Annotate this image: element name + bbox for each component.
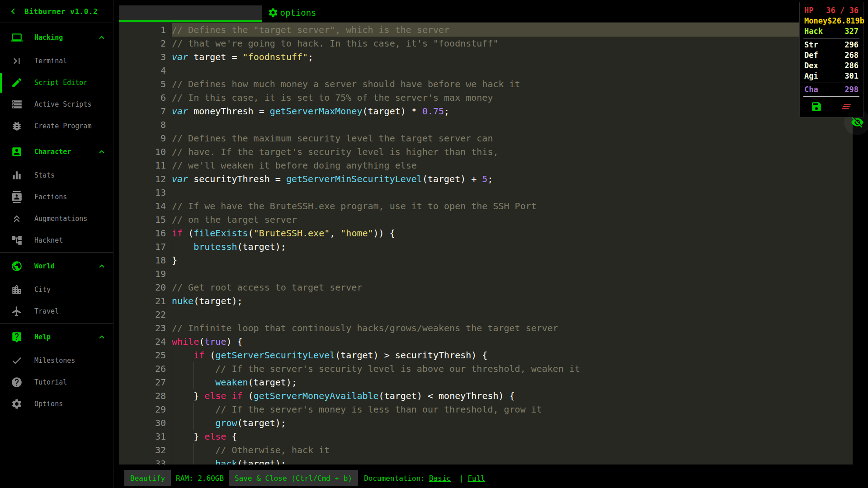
code-line-content[interactable]: // If the server's security level is abo… (172, 362, 853, 375)
code-line[interactable]: 24while(true) { (119, 335, 853, 348)
code-line[interactable]: 2// that we're going to hack. In this ca… (119, 37, 853, 50)
sidebar-item-stats[interactable]: Stats (0, 164, 113, 186)
code-line[interactable]: 21nuke(target); (119, 294, 853, 308)
beautify-button[interactable]: Beautify (124, 470, 171, 486)
code-line[interactable]: 14// If we have the BruteSSH.exe program… (119, 199, 853, 213)
sidebar-item-milestones[interactable]: Milestones (0, 350, 113, 371)
code-line-content[interactable]: // If we have the BruteSSH.exe program, … (172, 199, 853, 213)
code-line[interactable]: 16if (fileExists("BruteSSH.exe", "home")… (119, 226, 853, 240)
code-line-content[interactable]: hack(target); (172, 457, 853, 465)
code-line[interactable]: 7var moneyThresh = getServerMaxMoney(tar… (119, 104, 853, 118)
code-line-content[interactable]: brutessh(target); (172, 240, 853, 253)
code-line-content[interactable]: var target = "foodnstuff"; (172, 50, 853, 64)
collapse-sidebar-button[interactable] (7, 5, 19, 17)
code-line[interactable]: 9// Defines the maximum security level t… (119, 131, 853, 145)
code-line-content[interactable]: } else if (getServerMoneyAvailable(targe… (172, 389, 853, 403)
code-line-content[interactable]: // Defines how much money a server shoul… (172, 77, 853, 91)
code-line[interactable]: 12var securityThresh = getServerMinSecur… (119, 172, 853, 186)
code-line[interactable]: 10// have. If the target's security leve… (119, 145, 853, 159)
code-line-content[interactable]: while(true) { (172, 335, 853, 348)
code-line-content[interactable]: // that we're going to hack. In this cas… (172, 37, 853, 50)
code-line[interactable]: 1// Defines the "target server", which i… (119, 23, 853, 37)
code-line[interactable]: 18} (119, 253, 853, 267)
code-line[interactable]: 28 } else if (getServerMoneyAvailable(ta… (119, 389, 853, 403)
sidebar-item-options[interactable]: Options (0, 393, 113, 415)
code-line-content[interactable]: // Otherwise, hack it (172, 443, 853, 457)
code-line[interactable]: 6// In this case, it is set to 75% of th… (119, 91, 853, 104)
code-line-content[interactable]: if (fileExists("BruteSSH.exe", "home")) … (172, 226, 853, 240)
code-line-content[interactable]: // on the target server (172, 213, 853, 226)
sidebar-section-character[interactable]: Character (0, 139, 113, 164)
code-line-content[interactable]: // If the server's money is less than ou… (172, 403, 853, 416)
code-line[interactable]: 33 hack(target); (119, 457, 853, 465)
sidebar-item-city[interactable]: City (0, 279, 113, 300)
save-close-button[interactable]: Save & Close (Ctrl/Cmd + b) (229, 470, 358, 486)
code-line-content[interactable]: nuke(target); (172, 294, 853, 308)
sidebar-item-tutorial[interactable]: Tutorial (0, 371, 113, 393)
pencil-icon (11, 77, 23, 89)
code-line[interactable]: 27 weaken(target); (119, 375, 853, 389)
code-line-content[interactable]: } else { (172, 430, 853, 443)
code-line[interactable]: 31 } else { (119, 430, 853, 443)
indent-guide (172, 389, 172, 403)
code-line-content[interactable]: weaken(target); (172, 375, 853, 389)
code-line[interactable]: 29 // If the server's money is less than… (119, 403, 853, 416)
code-line-content[interactable]: var moneyThresh = getServerMaxMoney(targ… (172, 104, 853, 118)
code-line[interactable]: 20// Get root access to target server (119, 281, 853, 294)
documentation-basic-link[interactable]: Basic (429, 474, 451, 483)
sidebar-item-script-editor[interactable]: Script Editor (0, 72, 113, 94)
sidebar-item-active-scripts[interactable]: Active Scripts (0, 94, 113, 115)
app-title: Bitburner v1.0.2 (24, 7, 98, 16)
code-line-content[interactable]: grow(target); (172, 416, 853, 430)
code-line[interactable]: 4 (119, 64, 853, 77)
code-line-content[interactable]: var securityThresh = getServerMinSecurit… (172, 172, 853, 186)
code-line[interactable]: 22 (119, 308, 853, 321)
code-line-content[interactable]: // Infinite loop that continously hacks/… (172, 321, 853, 335)
code-line[interactable]: 23// Infinite loop that continously hack… (119, 321, 853, 335)
overview-visibility-toggle[interactable] (851, 116, 864, 129)
sidebar-section-hacking[interactable]: Hacking (0, 25, 113, 50)
code-line-content[interactable] (172, 186, 853, 199)
editor-options-button[interactable]: options (268, 4, 316, 22)
code-line[interactable]: 5// Defines how much money a server shou… (119, 77, 853, 91)
code-line-content[interactable]: // have. If the target's security level … (172, 145, 853, 159)
code-line-content-highlighted[interactable]: // Defines the "target server", which is… (172, 23, 853, 37)
code-editor[interactable]: 1// Defines the "target server", which i… (119, 22, 853, 465)
sidebar-item-factions[interactable]: Factions (0, 186, 113, 208)
sidebar-item-hacknet[interactable]: Hacknet (0, 230, 113, 251)
save-game-button[interactable] (811, 101, 822, 113)
code-line-content[interactable]: } (172, 253, 853, 267)
code-line-content[interactable] (172, 308, 853, 321)
code-line-content[interactable] (172, 118, 853, 131)
code-line[interactable]: 3var target = "foodnstuff"; (119, 50, 853, 64)
sidebar-item-terminal[interactable]: Terminal (0, 50, 113, 72)
sidebar-item-travel[interactable]: Travel (0, 300, 113, 322)
code-line[interactable]: 17 brutessh(target); (119, 240, 853, 253)
code-line-content[interactable]: // Get root access to target server (172, 281, 853, 294)
tab-basic-hack-script[interactable]: home:~/basic_hack.script (119, 5, 262, 22)
sidebar-section-world[interactable]: World (0, 253, 113, 279)
code-line-content[interactable]: if (getServerSecurityLevel(target) > sec… (172, 348, 853, 362)
code-line[interactable]: 30 grow(target); (119, 416, 853, 430)
code-line[interactable]: 15// on the target server (119, 213, 853, 226)
code-line-content[interactable] (172, 267, 853, 281)
code-line-content[interactable] (172, 64, 853, 77)
code-line[interactable]: 26 // If the server's security level is … (119, 362, 853, 375)
line-number: 6 (119, 91, 172, 104)
sidebar-item-augmentations[interactable]: Augmentations (0, 208, 113, 230)
code-line-content[interactable]: // Defines the maximum security level th… (172, 131, 853, 145)
code-line[interactable]: 13 (119, 186, 853, 199)
code-line[interactable]: 25 if (getServerSecurityLevel(target) > … (119, 348, 853, 362)
stat-label: Agi (804, 71, 818, 81)
code-line[interactable]: 8 (119, 118, 853, 131)
sidebar-section-help[interactable]: Help (0, 324, 113, 350)
kill-all-scripts-button[interactable] (840, 101, 852, 113)
code-line[interactable]: 19 (119, 267, 853, 281)
code-line-content[interactable]: // In this case, it is set to 75% of the… (172, 91, 853, 104)
code-line-content[interactable]: // we'll weaken it before doing anything… (172, 159, 853, 172)
code-line[interactable]: 32 // Otherwise, hack it (119, 443, 853, 457)
code-line[interactable]: 11// we'll weaken it before doing anythi… (119, 159, 853, 172)
sidebar-item-create-program[interactable]: Create Program (0, 115, 113, 137)
gear-icon (11, 398, 23, 410)
documentation-full-link[interactable]: Full (467, 474, 485, 483)
